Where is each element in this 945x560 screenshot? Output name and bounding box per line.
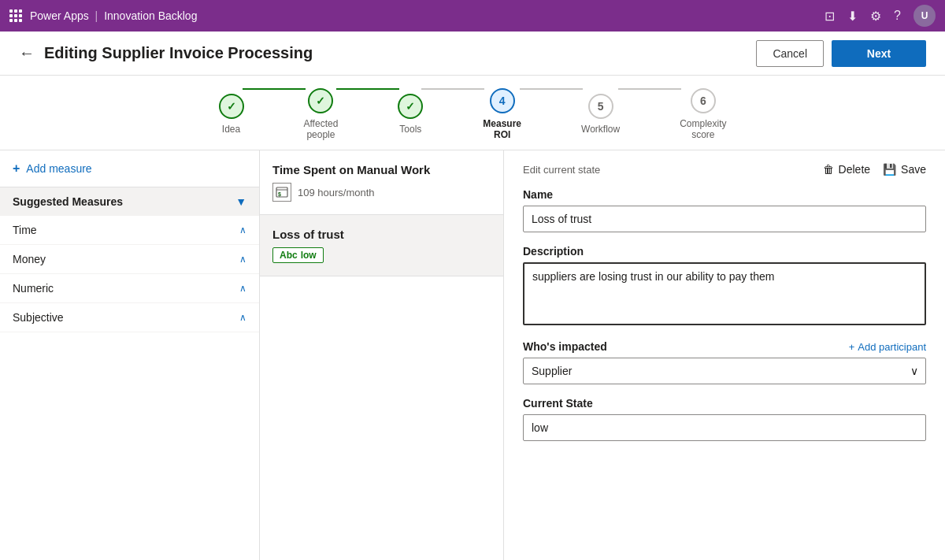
category-subjective[interactable]: Subjective ∧ xyxy=(0,303,259,332)
back-button[interactable]: ← xyxy=(19,44,35,62)
category-money[interactable]: Money ∧ xyxy=(0,245,259,274)
suggested-title: Suggested Measures xyxy=(13,195,123,208)
category-subjective-label: Subjective xyxy=(13,311,64,324)
filter-icon[interactable]: ▼ xyxy=(235,195,246,208)
trust-badge: Abc low xyxy=(272,247,324,263)
description-label: Description xyxy=(523,245,926,258)
connector-3 xyxy=(421,88,484,90)
topbar-icons: ⊡ ⬇ ⚙ ? U xyxy=(825,5,936,27)
step-circle-measure: 4 xyxy=(490,88,515,113)
time-measure-icon: $ xyxy=(272,183,291,202)
step-label-measure: MeasureROI xyxy=(483,118,521,140)
step-label-tools: Tools xyxy=(399,124,421,135)
who-impacted-label: Who's impacted xyxy=(523,340,607,353)
step-workflow: 5 Workflow xyxy=(581,94,620,135)
page-header: ← Editing Supplier Invoice Processing Ca… xyxy=(0,32,945,76)
participant-select[interactable]: Supplier Internal Team Management xyxy=(523,358,926,384)
measure-card-trust[interactable]: Loss of trust Abc low xyxy=(260,215,503,276)
next-button[interactable]: Next xyxy=(832,40,926,67)
save-icon: 💾 xyxy=(883,163,896,176)
step-circle-affected: ✓ xyxy=(308,88,333,113)
connector-2 xyxy=(336,88,399,90)
step-circle-idea: ✓ xyxy=(219,94,244,119)
participant-select-wrapper: Supplier Internal Team Management ∨ xyxy=(523,358,926,384)
chevron-up-icon-money: ∧ xyxy=(239,254,246,265)
current-state-label: Current State xyxy=(523,397,926,410)
measure-card-time[interactable]: Time Spent on Manual Work $ 109 hours/mo… xyxy=(260,150,503,215)
name-label: Name xyxy=(523,188,926,201)
edit-state-title: Edit current state xyxy=(523,164,600,176)
name-input[interactable] xyxy=(523,206,926,232)
add-participant-icon: + xyxy=(849,341,855,353)
sidebar: + Add measure Suggested Measures ▼ Time … xyxy=(0,150,260,560)
topbar: Power Apps | Innovation Backlog ⊡ ⬇ ⚙ ? … xyxy=(0,0,945,32)
category-numeric[interactable]: Numeric ∧ xyxy=(0,274,259,303)
add-measure-label: Add measure xyxy=(26,162,91,175)
measure-subtitle-time: 109 hours/month xyxy=(298,187,375,198)
avatar[interactable]: U xyxy=(914,5,936,27)
step-label-complexity: Complexityscore xyxy=(680,118,726,140)
download-icon[interactable]: ⬇ xyxy=(847,9,858,24)
who-impacted-group: Who's impacted + Add participant Supplie… xyxy=(523,340,926,384)
step-tools: ✓ Tools xyxy=(398,94,423,135)
main-content: + Add measure Suggested Measures ▼ Time … xyxy=(0,150,945,560)
name-field-group: Name xyxy=(523,188,926,232)
current-state-group: Current State xyxy=(523,397,926,441)
step-measure-roi: 4 MeasureROI xyxy=(483,88,521,140)
category-money-label: Money xyxy=(13,253,46,265)
delete-icon: 🗑 xyxy=(823,163,834,176)
measure-card-trust-title: Loss of trust xyxy=(272,228,491,241)
badge-value: low xyxy=(301,250,317,261)
step-label-workflow: Workflow xyxy=(581,124,620,135)
add-participant-button[interactable]: + Add participant xyxy=(849,341,926,353)
page-title: Editing Supplier Invoice Processing xyxy=(44,44,313,62)
connector-1 xyxy=(243,88,306,90)
app-name: Power Apps | Innovation Backlog xyxy=(30,9,817,22)
apps-grid-icon[interactable] xyxy=(9,9,22,22)
chevron-up-icon-numeric: ∧ xyxy=(239,283,246,294)
measures-panel: Time Spent on Manual Work $ 109 hours/mo… xyxy=(260,150,504,560)
step-complexity: 6 Complexityscore xyxy=(680,88,726,140)
category-numeric-label: Numeric xyxy=(13,282,54,295)
connector-4 xyxy=(520,88,583,90)
step-circle-complexity: 6 xyxy=(691,88,716,113)
description-textarea[interactable]: suppliers are losing trust in our abilit… xyxy=(523,262,926,325)
settings-icon[interactable]: ⚙ xyxy=(870,9,881,24)
step-circle-workflow: 5 xyxy=(588,94,613,119)
step-label-affected: Affectedpeople xyxy=(304,118,339,140)
measure-card-time-title: Time Spent on Manual Work xyxy=(272,163,491,176)
category-time-label: Time xyxy=(13,224,37,236)
suggested-header: Suggested Measures ▼ xyxy=(0,187,259,216)
cancel-button[interactable]: Cancel xyxy=(756,40,824,67)
edit-panel: Edit current state 🗑 Delete 💾 Save Name … xyxy=(504,150,945,560)
step-label-idea: Idea xyxy=(222,124,240,135)
add-icon: + xyxy=(13,161,20,176)
delete-button[interactable]: 🗑 Delete xyxy=(823,163,870,176)
connector-5 xyxy=(618,88,681,90)
help-icon[interactable]: ? xyxy=(894,9,901,23)
current-state-input[interactable] xyxy=(523,414,926,441)
step-idea: ✓ Idea xyxy=(219,94,244,135)
add-measure-button[interactable]: + Add measure xyxy=(0,150,259,187)
svg-text:$: $ xyxy=(278,191,281,198)
badge-prefix: Abc xyxy=(280,250,298,261)
edit-state-header: Edit current state 🗑 Delete 💾 Save xyxy=(523,163,926,176)
save-button[interactable]: 💾 Save xyxy=(883,163,926,176)
stepper: ✓ Idea ✓ Affectedpeople ✓ Tools 4 Measur… xyxy=(0,76,945,150)
step-affected-people: ✓ Affectedpeople xyxy=(304,88,339,140)
step-circle-tools: ✓ xyxy=(398,94,423,119)
screen-icon[interactable]: ⊡ xyxy=(825,9,835,24)
header-actions: Cancel Next xyxy=(756,40,926,67)
category-time[interactable]: Time ∧ xyxy=(0,216,259,245)
description-field-group: Description suppliers are losing trust i… xyxy=(523,245,926,328)
chevron-up-icon-subjective: ∧ xyxy=(239,312,246,323)
chevron-up-icon-time: ∧ xyxy=(239,224,246,235)
